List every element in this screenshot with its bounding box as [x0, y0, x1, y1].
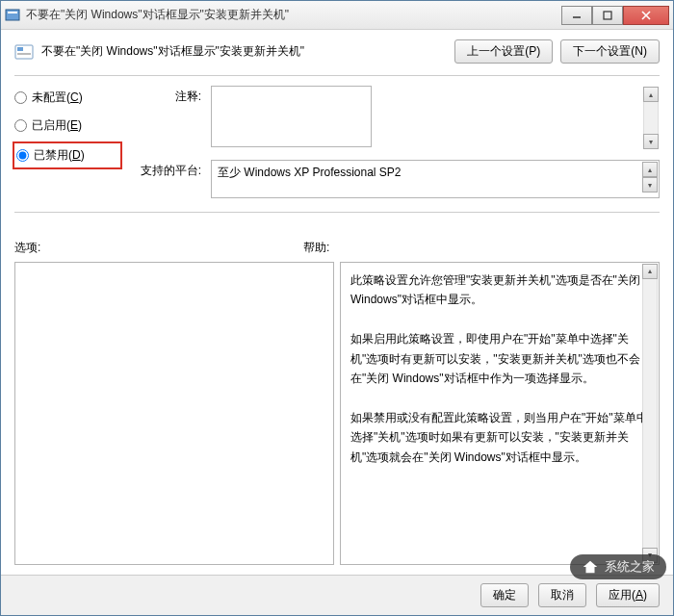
dialog-content: 不要在"关闭 Windows"对话框显示"安装更新并关机" 上一个设置(P) 下…: [1, 30, 673, 575]
fields-column: 注释: ▴ ▾ 支持的平台: 至少 Windows XP Professiona…: [132, 86, 660, 198]
options-panel[interactable]: [14, 262, 334, 565]
help-text: 如果禁用或没有配置此策略设置，则当用户在"开始"菜单中选择"关机"选项时如果有更…: [350, 408, 649, 467]
panel-labels: 选项: 帮助:: [14, 240, 660, 256]
minimize-button[interactable]: [561, 6, 592, 25]
next-setting-button[interactable]: 下一个设置(N): [560, 39, 660, 64]
titlebar-text: 不要在"关闭 Windows"对话框显示"安装更新并关机": [26, 7, 561, 23]
comment-textarea[interactable]: [211, 86, 372, 147]
scroll-down-icon[interactable]: ▾: [643, 134, 659, 149]
dialog-window: 不要在"关闭 Windows"对话框显示"安装更新并关机" 不要在"关闭 Win…: [0, 0, 674, 616]
platform-scrollbar[interactable]: ▴ ▾: [642, 162, 658, 196]
svg-rect-3: [604, 12, 611, 19]
scroll-up-icon[interactable]: ▴: [643, 87, 659, 102]
radio-not-configured[interactable]: 未配置(C): [14, 90, 120, 106]
radio-not-configured-label: 未配置(C): [32, 90, 83, 106]
panels-row: 此策略设置允许您管理"安装更新并关机"选项是否在"关闭 Windows"对话框中…: [14, 262, 660, 565]
svg-rect-1: [8, 12, 17, 13]
radio-not-configured-input[interactable]: [14, 91, 27, 104]
comment-scrollbar[interactable]: ▴ ▾: [643, 87, 659, 149]
cancel-button[interactable]: 取消: [538, 583, 586, 607]
svg-rect-8: [17, 53, 31, 55]
platform-box: 至少 Windows XP Professional SP2 ▴ ▾: [211, 160, 660, 198]
help-text: 如果启用此策略设置，即使用户在"开始"菜单中选择"关机"选项时有更新可以安装，"…: [350, 329, 649, 388]
policy-icon: [14, 42, 34, 62]
divider: [14, 75, 660, 76]
app-icon: [5, 8, 20, 23]
platform-value: 至少 Windows XP Professional SP2: [218, 166, 402, 179]
help-scrollbar[interactable]: ▴ ▾: [642, 264, 658, 563]
scroll-down-icon[interactable]: ▾: [642, 177, 658, 192]
titlebar[interactable]: 不要在"关闭 Windows"对话框显示"安装更新并关机": [1, 1, 673, 30]
divider: [14, 212, 660, 213]
mid-section: 未配置(C) 已启用(E) 已禁用(D) 注释: ▴: [14, 86, 660, 198]
prev-setting-button[interactable]: 上一个设置(P): [454, 39, 553, 64]
dialog-footer: 确定 取消 应用(A): [1, 575, 673, 615]
scroll-up-icon[interactable]: ▴: [642, 162, 658, 177]
svg-rect-0: [6, 10, 19, 20]
radio-disabled[interactable]: 已禁用(D): [13, 141, 122, 169]
state-radio-group: 未配置(C) 已启用(E) 已禁用(D): [14, 86, 120, 198]
radio-enabled-input[interactable]: [14, 119, 27, 132]
window-controls: [561, 6, 669, 25]
apply-button[interactable]: 应用(A): [596, 583, 660, 607]
header-row: 不要在"关闭 Windows"对话框显示"安装更新并关机" 上一个设置(P) 下…: [14, 39, 660, 64]
comment-label: 注释:: [132, 86, 201, 105]
maximize-button[interactable]: [592, 6, 623, 25]
radio-disabled-input[interactable]: [16, 149, 29, 162]
ok-button[interactable]: 确定: [480, 583, 529, 607]
radio-enabled[interactable]: 已启用(E): [14, 117, 120, 134]
policy-title: 不要在"关闭 Windows"对话框显示"安装更新并关机": [41, 43, 447, 60]
scroll-down-icon[interactable]: ▾: [642, 548, 658, 563]
scroll-up-icon[interactable]: ▴: [642, 264, 658, 279]
help-label: 帮助:: [303, 240, 329, 256]
radio-enabled-label: 已启用(E): [32, 117, 82, 134]
svg-rect-7: [17, 47, 23, 51]
options-label: 选项:: [14, 240, 303, 256]
help-panel[interactable]: 此策略设置允许您管理"安装更新并关机"选项是否在"关闭 Windows"对话框中…: [340, 262, 660, 565]
radio-disabled-label: 已禁用(D): [34, 147, 85, 164]
platform-label: 支持的平台:: [132, 160, 201, 179]
help-text: 此策略设置允许您管理"安装更新并关机"选项是否在"关闭 Windows"对话框中…: [350, 270, 649, 310]
close-button[interactable]: [623, 6, 669, 25]
